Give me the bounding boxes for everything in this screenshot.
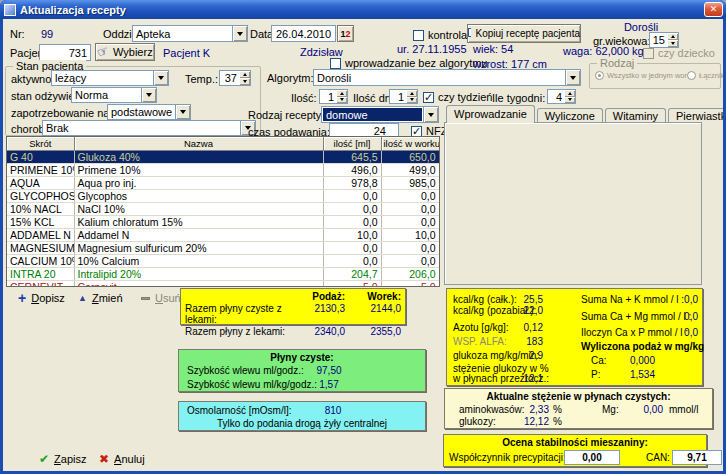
radio-wszystko-w-jednym-worku[interactable]: Wszystko w jednym worku	[595, 71, 687, 80]
table-row[interactable]: INTRA 20Intralipid 20%204,7206,0	[7, 267, 439, 280]
cell-nazwa: Glukoza 40%	[74, 150, 323, 163]
dopisz-button[interactable]: + Dopisz	[18, 292, 65, 304]
can-input[interactable]: 9,71	[672, 450, 722, 465]
cell-worek: 0,0	[381, 202, 439, 215]
aktywnosc-select[interactable]: leżący	[51, 70, 169, 86]
kopiuj-recepte-button[interactable]: Kopiuj receptę pacjenta	[467, 24, 581, 43]
stabilnosc-panel: Ocena stabilności mieszaniny: Współczynn…	[443, 434, 707, 467]
kontrola-checkbox[interactable]: kontrola	[413, 29, 467, 41]
table-row[interactable]: CALCIUM 10%10% Calcium0,00,0	[7, 254, 439, 267]
calendar-button[interactable]: 12	[337, 25, 354, 42]
cell-worek: 0,0	[381, 254, 439, 267]
spin-down-icon[interactable]	[239, 78, 250, 85]
triangle-icon: ▲	[78, 292, 87, 304]
cell-worek: 5,0	[381, 280, 439, 287]
cell-skrot: G 40	[7, 150, 74, 163]
cell-nazwa: Glycophos	[74, 189, 323, 202]
osmolarnosc-value: 810	[315, 405, 351, 417]
czy-tydzien-checkbox[interactable]: czy tydzień	[423, 91, 492, 103]
worek-header: Worek:	[345, 291, 401, 303]
close-icon[interactable]: ✕	[704, 2, 723, 17]
spin-down-icon[interactable]	[564, 97, 575, 104]
cell-worek: 985,0	[381, 176, 439, 189]
bez-algorytmu-checkbox[interactable]: wprowadzanie bez algorytmu	[330, 57, 487, 69]
stabilnosc-title: Ocena stabilności mieszaniny:	[444, 435, 706, 448]
suma-ca-mg-value: 0,0	[672, 311, 698, 323]
table-row[interactable]: ADDAMEL NAddamel N10,010,0	[7, 228, 439, 241]
totals-value: 2355,0	[345, 326, 401, 338]
czy-dziecko-checkbox[interactable]: czy dziecko	[643, 47, 715, 59]
temp-spinner[interactable]: 37	[219, 70, 251, 86]
chevron-down-icon[interactable]	[141, 88, 156, 102]
anuluj-button[interactable]: ✖ Anuluj	[99, 453, 145, 465]
ile-tygodni-spinner[interactable]: 4	[547, 89, 576, 104]
tab-wyliczone[interactable]: Wyliczone	[537, 108, 603, 123]
table-row[interactable]: CERNEVITCernevit5,05,0	[7, 280, 439, 287]
podaz-header: Podaż:	[293, 291, 345, 303]
spin-up-icon[interactable]	[667, 33, 678, 40]
radio-lacznik[interactable]: Łącznik	[687, 71, 723, 80]
odzywienie-select[interactable]: Norma	[71, 87, 157, 103]
suma-na-k-value: 0,0	[672, 294, 698, 306]
table-row[interactable]: GLYCOPHOSGlycophos0,00,0	[7, 189, 439, 202]
tab-pierwiastki-sladowe[interactable]: Pierwiastki śladowe	[668, 108, 723, 123]
pacjent-k-label: Pacjent K	[163, 47, 210, 59]
algorytm-select[interactable]: Dorośli	[313, 69, 581, 86]
oddzial-select[interactable]: Apteka	[132, 25, 248, 42]
table-row[interactable]: MAGNESIUM SULMagnesium sulfuricum 20%0,0…	[7, 241, 439, 254]
hand-icon: ☞	[96, 45, 111, 59]
cell-ilosc: 0,0	[323, 254, 381, 267]
table-row[interactable]: PRIMENE 10%Primene 10%496,0499,0	[7, 163, 439, 176]
cell-worek: 0,0	[381, 189, 439, 202]
pacjent-input[interactable]: 731	[39, 44, 91, 61]
ilosc-dni-spinner[interactable]: 1	[389, 89, 418, 104]
cell-skrot: 15% KCL	[7, 215, 74, 228]
window-title: Aktualizacja recepty	[20, 4, 704, 16]
spin-down-icon[interactable]	[406, 97, 417, 104]
cell-worek: 10,0	[381, 228, 439, 241]
chevron-down-icon[interactable]	[175, 105, 190, 119]
table-row[interactable]: 15% KCLKalium chloratum 15%0,00,0	[7, 215, 439, 228]
data-input[interactable]: 26.04.2010	[271, 25, 336, 42]
cell-nazwa: Cernevit	[74, 280, 323, 287]
tab-wprowadzanie[interactable]: Wprowadzanie	[446, 105, 535, 123]
zapisz-button[interactable]: ✔ Zapisz	[39, 453, 86, 465]
plyny-czyste-panel: Płyny czyste: Szybkość wlewu ml/godz.: 9…	[178, 349, 426, 392]
dialog-window: Aktualizacja recepty ✕ Nr: 99 Oddział: A…	[0, 0, 726, 474]
rodzaj-recepty-select[interactable]: domowe	[321, 106, 439, 123]
table-row[interactable]: G 40Glukoza 40%645,5650,0	[7, 150, 439, 163]
weight-label: waga: 62,000 kg	[563, 45, 644, 57]
cell-ilosc: 0,0	[323, 189, 381, 202]
cell-nazwa: Kalium chloratum 15%	[74, 215, 323, 228]
usun-button[interactable]: Usuń	[141, 292, 181, 304]
wspolczynnik-input[interactable]: 0,00	[564, 450, 620, 465]
zmien-button[interactable]: ▲ Zmień	[78, 292, 123, 304]
kcal-pozabial-value: 22,0	[507, 305, 543, 317]
cell-worek: 206,0	[381, 267, 439, 280]
table-row[interactable]: 10% NACLNaCl 10%0,00,0	[7, 202, 439, 215]
wybierz-button[interactable]: ☞ Wybierz	[95, 43, 155, 61]
spin-up-icon[interactable]	[239, 71, 250, 78]
algorytm-label: Algorytm:	[267, 72, 313, 84]
osmolarnosc-panel: Osmolarność [mOsm/l]: 810 Tylko do podan…	[178, 401, 426, 431]
gr-wiekowa-spinner[interactable]: 15	[649, 32, 679, 48]
chevron-down-icon[interactable]	[565, 70, 580, 85]
birth-date-label: ur. 27.11.1955	[397, 43, 467, 55]
plyny-czyste-title: Płyny czyste:	[179, 350, 425, 363]
ilosc-label: Ilość:	[291, 92, 317, 104]
bialko-select[interactable]: podstawowe	[107, 104, 191, 120]
cell-ilosc: 978,8	[323, 176, 381, 189]
tab-witaminy[interactable]: Witaminy	[605, 108, 666, 123]
chevron-down-icon[interactable]	[232, 26, 247, 41]
nr-value: 99	[41, 28, 53, 40]
chevron-down-icon[interactable]	[153, 71, 168, 85]
spin-down-icon[interactable]	[667, 40, 678, 47]
titlebar: Aktualizacja recepty ✕	[0, 0, 726, 19]
totals-row-label: Razem płyny czyste z lekami:	[185, 303, 293, 326]
table-row[interactable]: AQUAAqua pro inj.978,8985,0	[7, 176, 439, 189]
ilosc-spinner[interactable]: 1	[319, 89, 348, 104]
choroby-select[interactable]: Brak	[42, 120, 256, 136]
spin-down-icon[interactable]	[336, 97, 347, 104]
chevron-down-icon[interactable]	[423, 107, 438, 122]
stezenie-panel: Aktualne stężenie w płynach czystych: am…	[444, 388, 713, 429]
